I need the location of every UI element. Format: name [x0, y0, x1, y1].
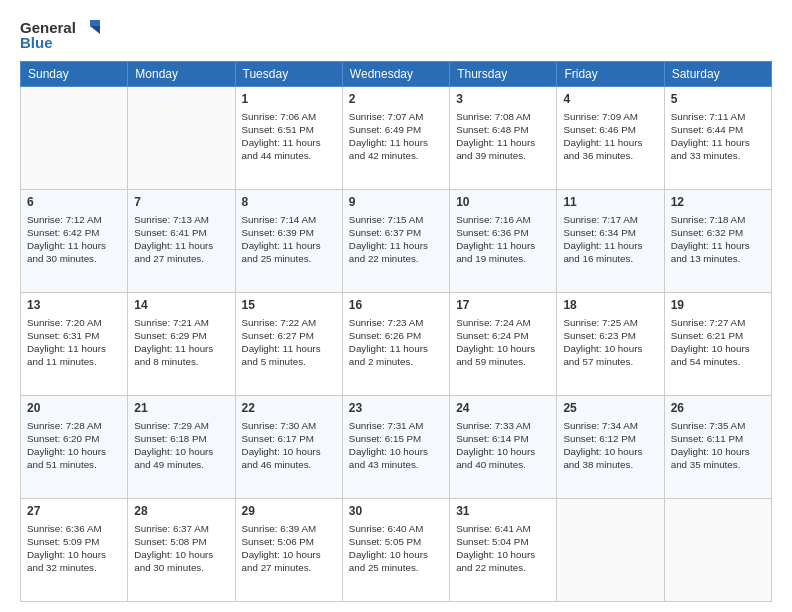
calendar-cell [557, 499, 664, 602]
calendar-cell [21, 87, 128, 190]
logo: General Blue [20, 16, 100, 51]
day-number: 7 [134, 194, 228, 211]
day-info: Sunrise: 7:08 AMSunset: 6:48 PMDaylight:… [456, 110, 550, 163]
day-info: Sunrise: 7:33 AMSunset: 6:14 PMDaylight:… [456, 419, 550, 472]
day-info: Sunrise: 7:13 AMSunset: 6:41 PMDaylight:… [134, 213, 228, 266]
day-info: Sunrise: 7:09 AMSunset: 6:46 PMDaylight:… [563, 110, 657, 163]
day-number: 14 [134, 297, 228, 314]
logo-general: General [20, 19, 76, 36]
day-number: 17 [456, 297, 550, 314]
day-number: 29 [242, 503, 336, 520]
day-number: 9 [349, 194, 443, 211]
day-info: Sunrise: 7:28 AMSunset: 6:20 PMDaylight:… [27, 419, 121, 472]
col-header-sunday: Sunday [21, 62, 128, 87]
day-number: 25 [563, 400, 657, 417]
logo-bird-icon [78, 16, 100, 38]
calendar-cell: 27Sunrise: 6:36 AMSunset: 5:09 PMDayligh… [21, 499, 128, 602]
day-number: 30 [349, 503, 443, 520]
day-number: 4 [563, 91, 657, 108]
day-info: Sunrise: 7:18 AMSunset: 6:32 PMDaylight:… [671, 213, 765, 266]
day-info: Sunrise: 7:20 AMSunset: 6:31 PMDaylight:… [27, 316, 121, 369]
calendar-week-4: 20Sunrise: 7:28 AMSunset: 6:20 PMDayligh… [21, 396, 772, 499]
calendar-cell: 17Sunrise: 7:24 AMSunset: 6:24 PMDayligh… [450, 293, 557, 396]
calendar-cell: 20Sunrise: 7:28 AMSunset: 6:20 PMDayligh… [21, 396, 128, 499]
calendar-cell: 7Sunrise: 7:13 AMSunset: 6:41 PMDaylight… [128, 190, 235, 293]
day-info: Sunrise: 7:17 AMSunset: 6:34 PMDaylight:… [563, 213, 657, 266]
day-info: Sunrise: 7:30 AMSunset: 6:17 PMDaylight:… [242, 419, 336, 472]
calendar-cell: 5Sunrise: 7:11 AMSunset: 6:44 PMDaylight… [664, 87, 771, 190]
col-header-friday: Friday [557, 62, 664, 87]
calendar-cell: 18Sunrise: 7:25 AMSunset: 6:23 PMDayligh… [557, 293, 664, 396]
calendar-week-2: 6Sunrise: 7:12 AMSunset: 6:42 PMDaylight… [21, 190, 772, 293]
calendar-cell: 30Sunrise: 6:40 AMSunset: 5:05 PMDayligh… [342, 499, 449, 602]
day-number: 2 [349, 91, 443, 108]
day-info: Sunrise: 6:39 AMSunset: 5:06 PMDaylight:… [242, 522, 336, 575]
day-info: Sunrise: 7:07 AMSunset: 6:49 PMDaylight:… [349, 110, 443, 163]
day-info: Sunrise: 7:11 AMSunset: 6:44 PMDaylight:… [671, 110, 765, 163]
day-info: Sunrise: 7:27 AMSunset: 6:21 PMDaylight:… [671, 316, 765, 369]
calendar-cell: 6Sunrise: 7:12 AMSunset: 6:42 PMDaylight… [21, 190, 128, 293]
calendar-cell: 31Sunrise: 6:41 AMSunset: 5:04 PMDayligh… [450, 499, 557, 602]
calendar-cell: 29Sunrise: 6:39 AMSunset: 5:06 PMDayligh… [235, 499, 342, 602]
day-number: 5 [671, 91, 765, 108]
calendar-cell: 26Sunrise: 7:35 AMSunset: 6:11 PMDayligh… [664, 396, 771, 499]
day-number: 1 [242, 91, 336, 108]
day-number: 3 [456, 91, 550, 108]
day-info: Sunrise: 7:22 AMSunset: 6:27 PMDaylight:… [242, 316, 336, 369]
page: General Blue SundayMondayTuesdayWednesda… [0, 0, 792, 612]
calendar-cell: 24Sunrise: 7:33 AMSunset: 6:14 PMDayligh… [450, 396, 557, 499]
calendar-cell: 14Sunrise: 7:21 AMSunset: 6:29 PMDayligh… [128, 293, 235, 396]
calendar-header-row: SundayMondayTuesdayWednesdayThursdayFrid… [21, 62, 772, 87]
day-number: 18 [563, 297, 657, 314]
calendar-week-5: 27Sunrise: 6:36 AMSunset: 5:09 PMDayligh… [21, 499, 772, 602]
calendar-cell: 4Sunrise: 7:09 AMSunset: 6:46 PMDaylight… [557, 87, 664, 190]
calendar-cell: 11Sunrise: 7:17 AMSunset: 6:34 PMDayligh… [557, 190, 664, 293]
day-info: Sunrise: 7:35 AMSunset: 6:11 PMDaylight:… [671, 419, 765, 472]
day-info: Sunrise: 7:14 AMSunset: 6:39 PMDaylight:… [242, 213, 336, 266]
day-info: Sunrise: 7:12 AMSunset: 6:42 PMDaylight:… [27, 213, 121, 266]
calendar-cell: 22Sunrise: 7:30 AMSunset: 6:17 PMDayligh… [235, 396, 342, 499]
day-number: 22 [242, 400, 336, 417]
col-header-monday: Monday [128, 62, 235, 87]
day-number: 10 [456, 194, 550, 211]
day-info: Sunrise: 6:41 AMSunset: 5:04 PMDaylight:… [456, 522, 550, 575]
day-number: 28 [134, 503, 228, 520]
col-header-saturday: Saturday [664, 62, 771, 87]
day-info: Sunrise: 7:24 AMSunset: 6:24 PMDaylight:… [456, 316, 550, 369]
calendar-cell: 21Sunrise: 7:29 AMSunset: 6:18 PMDayligh… [128, 396, 235, 499]
day-info: Sunrise: 7:25 AMSunset: 6:23 PMDaylight:… [563, 316, 657, 369]
svg-marker-1 [90, 26, 100, 34]
day-number: 31 [456, 503, 550, 520]
day-number: 19 [671, 297, 765, 314]
day-number: 20 [27, 400, 121, 417]
day-number: 8 [242, 194, 336, 211]
day-number: 27 [27, 503, 121, 520]
calendar-table: SundayMondayTuesdayWednesdayThursdayFrid… [20, 61, 772, 602]
calendar-cell: 15Sunrise: 7:22 AMSunset: 6:27 PMDayligh… [235, 293, 342, 396]
calendar-cell: 13Sunrise: 7:20 AMSunset: 6:31 PMDayligh… [21, 293, 128, 396]
header: General Blue [20, 16, 772, 51]
day-number: 21 [134, 400, 228, 417]
col-header-wednesday: Wednesday [342, 62, 449, 87]
day-info: Sunrise: 7:29 AMSunset: 6:18 PMDaylight:… [134, 419, 228, 472]
day-info: Sunrise: 7:16 AMSunset: 6:36 PMDaylight:… [456, 213, 550, 266]
logo-blue: Blue [20, 34, 53, 51]
day-number: 13 [27, 297, 121, 314]
calendar-cell: 23Sunrise: 7:31 AMSunset: 6:15 PMDayligh… [342, 396, 449, 499]
calendar-cell: 16Sunrise: 7:23 AMSunset: 6:26 PMDayligh… [342, 293, 449, 396]
calendar-cell: 10Sunrise: 7:16 AMSunset: 6:36 PMDayligh… [450, 190, 557, 293]
day-info: Sunrise: 7:21 AMSunset: 6:29 PMDaylight:… [134, 316, 228, 369]
calendar-cell [128, 87, 235, 190]
day-info: Sunrise: 7:23 AMSunset: 6:26 PMDaylight:… [349, 316, 443, 369]
calendar-cell: 28Sunrise: 6:37 AMSunset: 5:08 PMDayligh… [128, 499, 235, 602]
day-info: Sunrise: 6:36 AMSunset: 5:09 PMDaylight:… [27, 522, 121, 575]
day-info: Sunrise: 7:15 AMSunset: 6:37 PMDaylight:… [349, 213, 443, 266]
calendar-cell: 3Sunrise: 7:08 AMSunset: 6:48 PMDaylight… [450, 87, 557, 190]
calendar-cell: 1Sunrise: 7:06 AMSunset: 6:51 PMDaylight… [235, 87, 342, 190]
day-number: 11 [563, 194, 657, 211]
day-info: Sunrise: 7:06 AMSunset: 6:51 PMDaylight:… [242, 110, 336, 163]
calendar-cell: 25Sunrise: 7:34 AMSunset: 6:12 PMDayligh… [557, 396, 664, 499]
col-header-thursday: Thursday [450, 62, 557, 87]
day-info: Sunrise: 6:40 AMSunset: 5:05 PMDaylight:… [349, 522, 443, 575]
calendar-cell: 8Sunrise: 7:14 AMSunset: 6:39 PMDaylight… [235, 190, 342, 293]
